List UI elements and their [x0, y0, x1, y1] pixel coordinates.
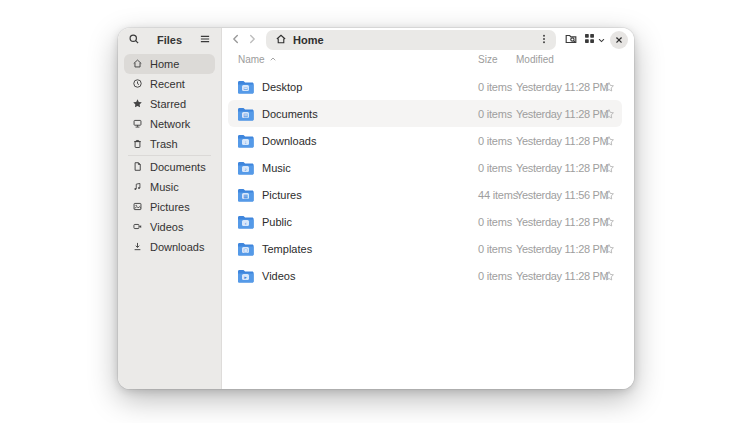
sidebar-item-label: Network [150, 118, 190, 130]
file-list: ▭ Desktop 0 items Yesterday 11:28 PM ▤ D… [228, 73, 622, 289]
sidebar-item-label: Music [150, 181, 179, 193]
table-row-videos[interactable]: ▸ Videos 0 items Yesterday 11:28 PM [228, 262, 622, 289]
sidebar-item-downloads[interactable]: Downloads [124, 237, 215, 257]
forward-button[interactable] [244, 31, 260, 49]
search-everywhere-button[interactable] [562, 30, 580, 50]
file-name: Downloads [262, 135, 316, 147]
sidebar: Files Home Recent Starred Net [118, 28, 222, 389]
close-icon [610, 31, 628, 49]
clock-icon [132, 78, 143, 91]
file-name-cell: ▭ Desktop [237, 80, 478, 94]
table-row-music[interactable]: ♪ Music 0 items Yesterday 11:28 PM [228, 154, 622, 181]
column-headers: Name Size Modified [228, 50, 622, 68]
sidebar-divider [128, 155, 211, 156]
location-menu-button[interactable] [536, 31, 552, 49]
sidebar-item-music[interactable]: Music [124, 177, 215, 197]
sort-ascending-icon [269, 54, 277, 65]
star-toggle[interactable] [596, 243, 622, 255]
network-icon [132, 118, 143, 131]
folder-icon: ‹ [237, 215, 254, 229]
sidebar-header: Files [118, 28, 221, 50]
star-toggle[interactable] [596, 162, 622, 174]
path-bar[interactable]: Home [266, 30, 556, 50]
sidebar-item-pictures[interactable]: Pictures [124, 197, 215, 217]
file-name: Desktop [262, 81, 302, 93]
sidebar-item-home[interactable]: Home [124, 54, 215, 74]
star-toggle[interactable] [596, 189, 622, 201]
hamburger-menu-icon [199, 33, 211, 48]
file-name: Templates [262, 243, 312, 255]
folder-icon: ♪ [237, 161, 254, 175]
sidebar-item-recent[interactable]: Recent [124, 74, 215, 94]
folder-icon: ▸ [237, 269, 254, 283]
table-row-pictures[interactable]: ▦ Pictures 44 items Yesterday 11:56 PM [228, 181, 622, 208]
folder-emblem: ▦ [242, 193, 249, 199]
column-header-name[interactable]: Name [238, 54, 478, 65]
file-name-cell: ♪ Music [237, 161, 478, 175]
table-row-desktop[interactable]: ▭ Desktop 0 items Yesterday 11:28 PM [228, 73, 622, 100]
column-header-modified[interactable]: Modified [516, 54, 596, 65]
file-size: 0 items [478, 216, 516, 228]
file-name: Documents [262, 108, 318, 120]
document-icon [132, 161, 143, 174]
view-toggle-button[interactable] [580, 30, 608, 50]
sidebar-item-documents[interactable]: Documents [124, 157, 215, 177]
sidebar-item-label: Trash [150, 138, 178, 150]
app-title: Files [142, 34, 197, 46]
file-modified: Yesterday 11:28 PM [516, 243, 596, 255]
trash-icon [132, 138, 143, 151]
file-name-cell: ▤ Documents [237, 107, 478, 121]
music-icon [132, 181, 143, 194]
file-name-cell: ↓ Downloads [237, 134, 478, 148]
folder-emblem: ↓ [242, 139, 249, 145]
kebab-menu-icon [538, 33, 550, 48]
file-name: Music [262, 162, 291, 174]
file-name: Public [262, 216, 292, 228]
table-row-documents[interactable]: ▤ Documents 0 items Yesterday 11:28 PM [228, 100, 622, 127]
star-toggle[interactable] [596, 216, 622, 228]
close-window-button[interactable] [608, 30, 630, 50]
content-pane: Home Name Size [222, 28, 634, 389]
chevron-down-icon [597, 33, 606, 48]
star-toggle[interactable] [596, 81, 622, 93]
sidebar-item-label: Documents [150, 161, 206, 173]
back-button[interactable] [228, 31, 244, 49]
main-menu-button[interactable] [197, 31, 213, 49]
sidebar-item-starred[interactable]: Starred [124, 94, 215, 114]
sidebar-item-label: Pictures [150, 201, 190, 213]
table-row-downloads[interactable]: ↓ Downloads 0 items Yesterday 11:28 PM [228, 127, 622, 154]
folder-emblem: ▤ [242, 112, 249, 118]
files-window: Files Home Recent Starred Net [118, 28, 634, 389]
folder-icon: ▦ [237, 188, 254, 202]
file-name-cell: ▦ Pictures [237, 188, 478, 202]
file-name-cell: ▸ Videos [237, 269, 478, 283]
picture-icon [132, 201, 143, 214]
table-row-public[interactable]: ‹ Public 0 items Yesterday 11:28 PM [228, 208, 622, 235]
star-toggle[interactable] [596, 270, 622, 282]
sidebar-item-trash[interactable]: Trash [124, 134, 215, 154]
sidebar-item-videos[interactable]: Videos [124, 217, 215, 237]
download-icon [132, 241, 143, 254]
folder-emblem: ▢ [242, 247, 249, 253]
star-toggle[interactable] [596, 135, 622, 147]
file-modified: Yesterday 11:56 PM [516, 189, 596, 201]
file-name: Pictures [262, 189, 302, 201]
file-modified: Yesterday 11:28 PM [516, 270, 596, 282]
folder-icon: ▢ [237, 242, 254, 256]
folder-icon: ▤ [237, 107, 254, 121]
star-toggle[interactable] [596, 108, 622, 120]
file-modified: Yesterday 11:28 PM [516, 216, 596, 228]
folder-emblem: ▸ [242, 274, 249, 280]
home-icon [132, 58, 143, 71]
sidebar-item-network[interactable]: Network [124, 114, 215, 134]
search-button[interactable] [126, 31, 142, 49]
table-row-templates[interactable]: ▢ Templates 0 items Yesterday 11:28 PM [228, 235, 622, 262]
folder-emblem: ♪ [242, 166, 249, 172]
folder-emblem: ‹ [242, 220, 249, 226]
name-column-label: Name [238, 54, 265, 65]
column-header-size[interactable]: Size [478, 54, 516, 65]
sidebar-places: Home Recent Starred Network Trash Do [118, 50, 221, 257]
sidebar-item-label: Downloads [150, 241, 204, 253]
file-size: 0 items [478, 270, 516, 282]
file-modified: Yesterday 11:28 PM [516, 81, 596, 93]
